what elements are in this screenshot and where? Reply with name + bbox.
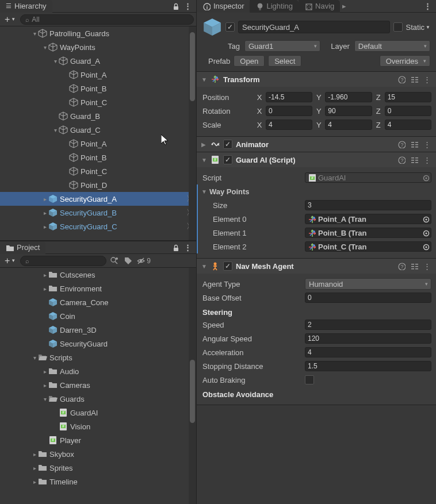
foldout-icon[interactable]: ▼ [201, 76, 207, 83]
tree-item[interactable]: GuardAI [0, 406, 196, 420]
navmesh-enabled-checkbox[interactable] [223, 261, 232, 271]
tree-item[interactable]: ▸Cutscenes [0, 268, 196, 282]
tree-item[interactable]: ▸Timeline [0, 475, 196, 488]
waypoint-element-field[interactable]: Point_A (Tran [305, 214, 431, 224]
static-checkbox[interactable] [393, 22, 403, 32]
tree-item[interactable]: Vision [0, 420, 196, 433]
acceleration-input[interactable]: 4 [305, 347, 431, 357]
tree-item[interactable]: Point_B [0, 151, 196, 164]
foldout-icon[interactable]: ▸ [41, 382, 48, 388]
base-offset-input[interactable]: 0 [305, 293, 431, 303]
tree-item[interactable]: Player [0, 433, 196, 447]
object-picker-icon[interactable] [422, 243, 430, 251]
hierarchy-scrollbar[interactable] [189, 26, 196, 240]
tree-item[interactable]: Camera_Cone [0, 295, 196, 309]
tree-item[interactable]: ▸Environment [0, 282, 196, 295]
foldout-icon[interactable]: ▼ [201, 263, 207, 270]
panel-menu-icon[interactable]: ⋮ [184, 2, 192, 10]
tree-item[interactable]: Point_D [0, 178, 196, 192]
prefab-select-button[interactable]: Select [268, 55, 301, 67]
foldout-icon[interactable]: ▾ [41, 44, 48, 51]
tree-item[interactable]: ▸SecurityGuard_A〉 [0, 192, 196, 206]
tree-item[interactable]: ▸SecurityGuard_B〉 [0, 206, 196, 220]
layer-dropdown[interactable]: Default [354, 40, 430, 52]
lock-icon[interactable] [171, 2, 179, 10]
speed-input[interactable]: 2 [305, 320, 431, 330]
preset-icon[interactable] [410, 140, 419, 149]
tree-item[interactable]: ▸Sprites [0, 461, 196, 475]
script-field[interactable]: GuardAI [305, 172, 431, 183]
foldout-icon[interactable]: ▸ [31, 479, 38, 485]
waypoint-element-field[interactable]: Point_C (Tran [305, 241, 431, 252]
tree-item[interactable]: Point_C [0, 95, 196, 109]
transform-header[interactable]: ▼ Transform ⋮ [197, 72, 436, 87]
preset-icon[interactable] [410, 75, 419, 84]
rotation-y-input[interactable]: 90 [325, 106, 372, 116]
prefab-open-button[interactable]: Open [234, 55, 265, 67]
gameobject-icon[interactable] [202, 17, 222, 37]
tree-item[interactable]: ▸Skybox [0, 447, 196, 461]
array-size-input[interactable]: 3 [305, 200, 431, 210]
waypoints-foldout[interactable]: ▼ [201, 188, 207, 195]
foldout-icon[interactable]: ▸ [31, 451, 38, 457]
static-dropdown[interactable]: Static▼ [406, 23, 430, 32]
inspector-tab[interactable]: Inspector [197, 0, 250, 13]
position-z-input[interactable]: 15 [385, 92, 431, 102]
foldout-icon[interactable]: ▶ [201, 141, 207, 148]
tree-item[interactable]: SecurityGuard [0, 337, 196, 351]
script-enabled-checkbox[interactable] [223, 155, 232, 164]
foldout-icon[interactable]: ▸ [41, 224, 48, 230]
animator-header[interactable]: ▶ Animator ⋮ [197, 137, 436, 152]
scale-x-input[interactable]: 4 [266, 120, 312, 130]
tree-item[interactable]: ▾WayPoints [0, 40, 196, 54]
stopping-distance-input[interactable]: 1.5 [305, 361, 431, 371]
component-menu-icon[interactable]: ⋮ [422, 155, 431, 164]
tree-item[interactable]: ▸Audio [0, 364, 196, 378]
component-menu-icon[interactable]: ⋮ [422, 261, 431, 271]
prefab-overrides-button[interactable]: Overrides [380, 55, 430, 67]
navigation-tab[interactable]: Navig [299, 0, 340, 13]
hidden-toggle[interactable]: 9 [136, 256, 151, 266]
foldout-icon[interactable]: ▸ [41, 196, 48, 202]
create-button[interactable]: +▼ [2, 255, 18, 267]
foldout-icon[interactable]: ▸ [41, 210, 48, 216]
help-icon[interactable] [397, 261, 406, 271]
component-menu-icon[interactable]: ⋮ [422, 140, 431, 149]
tree-item[interactable]: ▸SecurityGuard_C〉 [0, 220, 196, 233]
preset-icon[interactable] [410, 155, 419, 164]
object-picker-icon[interactable] [422, 215, 430, 223]
waypoint-element-field[interactable]: Point_B (Tran [305, 228, 431, 238]
tree-item[interactable]: Point_A [0, 137, 196, 151]
hierarchy-tab[interactable]: ☰ Hierarchy [0, 0, 52, 13]
help-icon[interactable] [397, 155, 406, 164]
foldout-icon[interactable]: ▸ [31, 465, 38, 471]
foldout-icon[interactable]: ▾ [52, 127, 59, 133]
foldout-icon[interactable]: ▸ [41, 286, 48, 292]
tree-item[interactable]: ▾Patrolling_Guards [0, 26, 196, 40]
foldout-icon[interactable]: ▾ [52, 58, 59, 64]
foldout-icon[interactable]: ▸ [41, 272, 48, 278]
more-tabs-icon[interactable]: ▸ [340, 2, 349, 10]
foldout-icon[interactable]: ▸ [41, 368, 48, 375]
search-by-label-icon[interactable] [123, 256, 134, 266]
foldout-icon[interactable]: ▾ [31, 355, 38, 361]
rotation-z-input[interactable]: 0 [385, 106, 431, 116]
tree-item[interactable]: ▾Guard_A [0, 54, 196, 68]
scale-z-input[interactable]: 4 [385, 120, 431, 130]
guard-ai-header[interactable]: ▼ Guard AI (Script) ⋮ [197, 152, 436, 167]
position-x-input[interactable]: -14.5 [266, 92, 312, 102]
object-name-input[interactable]: SecurityGuard_A [238, 21, 390, 33]
project-tab[interactable]: Project [0, 241, 45, 254]
foldout-icon[interactable]: ▾ [41, 396, 48, 402]
angular-speed-input[interactable]: 120 [305, 333, 431, 344]
help-icon[interactable] [397, 75, 406, 84]
rotation-x-input[interactable]: 0 [266, 106, 312, 116]
tree-item[interactable]: ▾Scripts [0, 351, 196, 364]
object-picker-icon[interactable] [422, 174, 430, 182]
tree-item[interactable]: ▾Guard_C [0, 123, 196, 137]
project-search-input[interactable]: ⌕ [20, 256, 106, 266]
animator-enabled-checkbox[interactable] [223, 140, 232, 149]
foldout-icon[interactable]: ▼ [201, 157, 207, 163]
component-menu-icon[interactable]: ⋮ [422, 75, 431, 84]
preset-icon[interactable] [410, 261, 419, 271]
